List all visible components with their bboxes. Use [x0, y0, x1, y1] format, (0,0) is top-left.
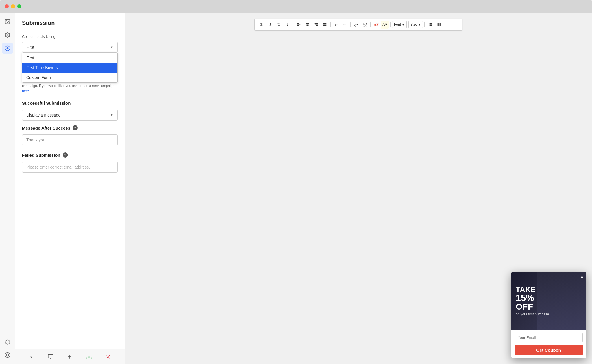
app-window: Submission Collect Leads Using - First ▼… [0, 13, 592, 364]
align-justify-button[interactable] [321, 21, 329, 29]
left-panel: Submission Collect Leads Using - First ▼… [15, 13, 125, 364]
popup-subtext: on your first purchase [516, 312, 549, 316]
icon-sidebar [0, 13, 15, 364]
italic-button[interactable]: I [266, 21, 274, 29]
font-chevron-icon: ▼ [402, 23, 405, 26]
svg-point-1 [6, 21, 7, 21]
toolbar-separator-1 [293, 22, 293, 27]
download-button[interactable] [84, 352, 94, 362]
panel-title: Submission [22, 20, 118, 26]
popup-percent-text: 15% [516, 293, 549, 302]
failed-submission-row: Failed Submission ? [22, 152, 118, 158]
ordered-list-button[interactable]: 1≡ [332, 21, 340, 29]
campaign-text: campaign. If you would like, you can cre… [22, 83, 118, 94]
link-button[interactable] [352, 21, 360, 29]
size-dropdown[interactable]: Size ▼ [408, 21, 423, 28]
popup-widget: × TAKE 15% OFF on your first purchase [511, 272, 586, 358]
monitor-button[interactable] [45, 352, 56, 362]
svg-rect-38 [437, 23, 441, 26]
popup-off-text: OFF [516, 302, 549, 311]
svg-point-4 [7, 48, 8, 49]
dropdown-option-custom-form[interactable]: Custom Form [22, 73, 117, 82]
unlink-button[interactable] [361, 21, 369, 29]
svg-rect-7 [48, 354, 53, 358]
main-area: Submission Collect Leads Using - First ▼… [0, 13, 592, 364]
toolbar-separator-4 [370, 22, 371, 27]
close-button[interactable] [5, 4, 9, 8]
sidebar-item-globe[interactable] [2, 350, 13, 361]
toolbar-separator-6 [424, 22, 425, 27]
editor-toolbar: B I U I 1≡ •≡ [254, 19, 462, 31]
popup-email-input[interactable] [515, 333, 583, 342]
bg-color-button[interactable]: A▾ [381, 21, 389, 29]
popup-close-button[interactable]: × [581, 274, 583, 280]
table-button[interactable] [435, 21, 443, 29]
back-button[interactable] [26, 352, 37, 362]
underline-button[interactable]: U [275, 21, 283, 29]
sidebar-item-history[interactable] [2, 336, 13, 347]
align-center-button[interactable] [304, 21, 312, 29]
align-right-button[interactable] [312, 21, 320, 29]
size-chevron-icon: ▼ [418, 23, 421, 26]
failed-submission-header: Failed Submission [22, 153, 60, 158]
close-bottom-button[interactable] [103, 352, 113, 362]
sidebar-item-active[interactable] [2, 43, 13, 54]
panel-divider [22, 184, 118, 184]
dropdown-option-first[interactable]: First [22, 53, 117, 63]
strikethrough-button[interactable]: I [284, 21, 292, 29]
select-chevron-icon: ▼ [110, 45, 113, 49]
display-select-chevron-icon: ▼ [110, 113, 113, 117]
popup-bottom: Get Coupon [511, 330, 586, 358]
bottom-bar [15, 349, 125, 364]
display-message-select-wrapper: Display a message ▼ [22, 110, 118, 121]
message-after-success-row: Message After Success ? [22, 125, 118, 130]
message-after-success-help-icon[interactable]: ? [73, 125, 78, 130]
titlebar [0, 0, 592, 13]
popup-take-text: TAKE [516, 286, 549, 293]
collect-leads-select-wrapper: First ▼ [22, 42, 118, 53]
sidebar-item-settings[interactable] [2, 29, 13, 40]
font-color-button[interactable]: A▾ [372, 21, 380, 29]
toolbar-separator-3 [350, 22, 351, 27]
popup-text-overlay: TAKE 15% OFF on your first purchase [511, 281, 554, 321]
add-button[interactable] [64, 352, 75, 362]
svg-point-2 [7, 34, 8, 36]
toolbar-separator-2 [330, 22, 331, 27]
popup-cta-button[interactable]: Get Coupon [515, 345, 583, 355]
campaign-link[interactable]: here [22, 89, 29, 93]
minimize-button[interactable] [11, 4, 15, 8]
sidebar-item-image[interactable] [2, 16, 13, 27]
font-dropdown[interactable]: Font ▼ [392, 21, 407, 28]
dropdown-option-first-time-buyers[interactable]: First Time Buyers [22, 63, 117, 73]
list-view-button[interactable] [426, 21, 434, 29]
successful-submission-header: Successful Submission [22, 101, 118, 106]
toolbar-separator-5 [390, 22, 391, 27]
message-after-success-input[interactable] [22, 134, 118, 145]
popup-image-area: TAKE 15% OFF on your first purchase [511, 272, 586, 330]
align-left-button[interactable] [295, 21, 303, 29]
right-panel: B I U I 1≡ •≡ [125, 13, 592, 364]
collect-leads-select[interactable]: First ▼ [22, 42, 118, 53]
failed-submission-help-icon[interactable]: ? [63, 152, 68, 158]
unordered-list-button[interactable]: •≡ [341, 21, 349, 29]
collect-leads-label: Collect Leads Using - [22, 34, 118, 39]
collect-leads-dropdown-menu: First First Time Buyers Custom Form [22, 53, 118, 83]
maximize-button[interactable] [17, 4, 21, 8]
display-message-select[interactable]: Display a message ▼ [22, 110, 118, 121]
collect-leads-dropdown-section: First ▼ First First Time Buyers Custom F… [22, 42, 118, 53]
bold-button[interactable]: B [258, 21, 266, 29]
failed-submission-input[interactable] [22, 162, 118, 173]
message-after-success-header: Message After Success [22, 125, 70, 130]
